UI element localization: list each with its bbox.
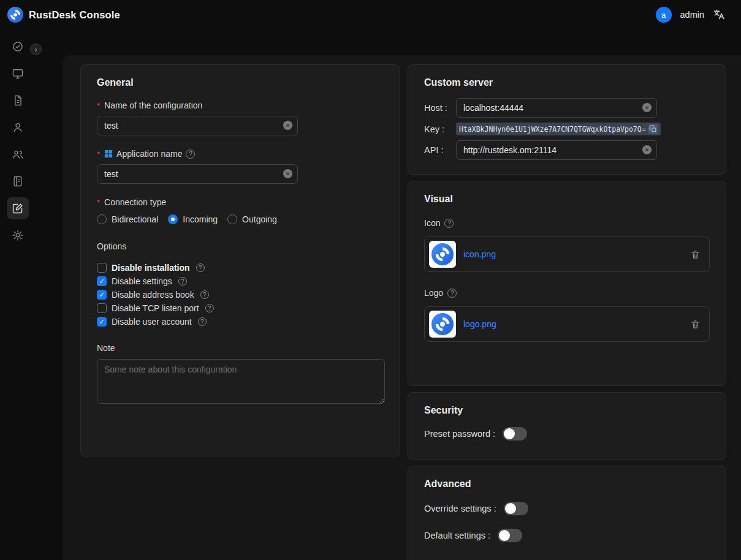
file-icon [12, 94, 24, 107]
journal-icon [12, 175, 24, 187]
preset-password-label: Preset password : [424, 429, 495, 439]
radio-icon[interactable] [97, 214, 107, 224]
preset-password-toggle[interactable] [503, 427, 527, 441]
option-disable-address-book[interactable]: ✓ Disable address book ? [97, 288, 384, 301]
radio-label: Outgoing [242, 214, 277, 224]
option-disable-installation[interactable]: ✓ Disable installation ? [97, 261, 384, 274]
custom-server-title: Custom server [424, 77, 710, 88]
default-settings-toggle[interactable] [498, 529, 522, 542]
override-settings-toggle[interactable] [504, 502, 528, 515]
application-name-input[interactable] [97, 164, 298, 184]
app-title: RustDesk Console [29, 9, 120, 21]
checkbox[interactable]: ✓ [97, 290, 107, 300]
checkbox-label: Disable settings [112, 276, 172, 286]
user-icon [12, 121, 24, 134]
checkbox[interactable]: ✓ [97, 303, 107, 313]
advanced-title: Advanced [424, 479, 710, 490]
icon-label: Icon [424, 218, 440, 228]
key-value-box: HtaXBkJNHyn0e1U1jWXze7A7CN7QTGWqxkOtpaVp… [456, 123, 661, 135]
security-card: Security Preset password : [408, 392, 726, 460]
key-value: HtaXBkJNHyn0e1U1jWXze7A7CN7QTGWqxkOtpaVp… [459, 125, 646, 134]
help-icon[interactable]: ? [186, 149, 195, 159]
trash-icon[interactable] [690, 319, 701, 330]
application-name-label: Application name [116, 149, 182, 159]
help-icon[interactable]: ? [198, 317, 207, 326]
option-disable-tcp-listen-port[interactable]: ✓ Disable TCP listen port ? [97, 301, 384, 315]
option-disable-user-account[interactable]: ✓ Disable user account ? [97, 315, 384, 328]
check-circle-icon [12, 40, 24, 53]
api-label: API : [424, 145, 456, 155]
checkbox-label: Disable address book [112, 290, 194, 300]
clear-icon[interactable]: ✕ [642, 103, 652, 112]
logo-upload-box: logo.png [424, 306, 710, 342]
copy-icon[interactable] [648, 124, 658, 134]
required-asterisk: * [97, 149, 100, 159]
help-icon[interactable]: ? [200, 290, 209, 299]
radio-bidirectional[interactable]: Bidirectional [97, 214, 158, 224]
help-icon[interactable]: ? [196, 263, 205, 272]
user-avatar[interactable]: a [656, 7, 672, 23]
required-asterisk: * [97, 101, 100, 110]
checkbox-label: Disable installation [112, 263, 190, 273]
connection-type-radio-group: Bidirectional Incoming Outgoing [97, 214, 384, 224]
radio-icon[interactable] [227, 214, 237, 224]
connection-type-label: Connection type [104, 197, 166, 207]
radio-outgoing[interactable]: Outgoing [227, 214, 277, 224]
checkbox-label: Disable TCP listen port [112, 303, 199, 313]
config-name-label: Name of the configuration [104, 100, 202, 110]
users-icon [12, 148, 24, 161]
rustdesk-logo-icon [7, 7, 23, 23]
sidebar-item-logs[interactable] [7, 170, 29, 192]
clear-icon[interactable]: ✕ [283, 169, 292, 178]
windows-icon [104, 149, 113, 158]
override-settings-label: Override settings : [424, 504, 496, 513]
clear-icon[interactable]: ✕ [642, 145, 652, 154]
sidebar-item-status[interactable] [7, 36, 29, 58]
icon-file-link[interactable]: icon.png [463, 249, 496, 259]
option-disable-settings[interactable]: ✓ Disable settings ? [97, 274, 384, 288]
help-icon[interactable]: ? [205, 304, 214, 312]
icon-upload-box: icon.png [424, 236, 710, 272]
sidebar-item-groups[interactable] [7, 143, 29, 165]
gear-icon [12, 229, 24, 241]
trash-icon[interactable] [690, 249, 701, 260]
general-card: General * Name of the configuration ✕ * [80, 64, 400, 456]
checkbox[interactable]: ✓ [97, 317, 107, 327]
sidebar-item-devices[interactable] [7, 62, 29, 85]
main-content: General * Name of the configuration ✕ * [63, 55, 741, 560]
radio-incoming[interactable]: Incoming [168, 214, 218, 224]
note-label: Note [97, 343, 384, 353]
checkbox-label: Disable user account [112, 317, 192, 327]
radio-icon[interactable] [168, 214, 178, 224]
config-name-input[interactable] [97, 116, 298, 135]
sidebar-expand-button[interactable]: › [30, 44, 42, 55]
checkbox[interactable]: ✓ [97, 276, 107, 286]
logo-preview [429, 311, 456, 338]
key-label: Key : [424, 124, 456, 134]
help-icon[interactable]: ? [444, 219, 454, 228]
host-label: Host : [424, 103, 456, 113]
help-icon[interactable]: ? [447, 289, 457, 298]
clear-icon[interactable]: ✕ [283, 121, 292, 130]
host-input[interactable] [456, 98, 657, 118]
custom-server-card: Custom server Host : ✕ Key : HtaXBkJNHyn… [408, 64, 726, 175]
sidebar-item-settings[interactable] [7, 224, 29, 246]
api-input[interactable] [456, 140, 657, 160]
visual-card: Visual Icon ? icon.png Logo ? [408, 181, 726, 386]
app-header: RustDesk Console a admin [0, 0, 741, 29]
translate-icon[interactable] [713, 9, 725, 21]
edit-square-icon [12, 202, 24, 214]
logo-file-link[interactable]: logo.png [463, 319, 496, 329]
note-textarea[interactable] [97, 359, 385, 404]
advanced-card: Advanced Override settings : Default set… [408, 466, 726, 560]
sidebar [0, 29, 36, 560]
options-label: Options [97, 241, 384, 251]
radio-label: Incoming [183, 214, 218, 224]
checkbox[interactable]: ✓ [97, 263, 107, 273]
sidebar-item-documents[interactable] [7, 89, 29, 112]
visual-title: Visual [424, 194, 710, 205]
username[interactable]: admin [680, 10, 705, 20]
help-icon[interactable]: ? [178, 277, 187, 286]
sidebar-item-custom-clients[interactable] [7, 197, 29, 219]
sidebar-item-users[interactable] [7, 116, 29, 138]
